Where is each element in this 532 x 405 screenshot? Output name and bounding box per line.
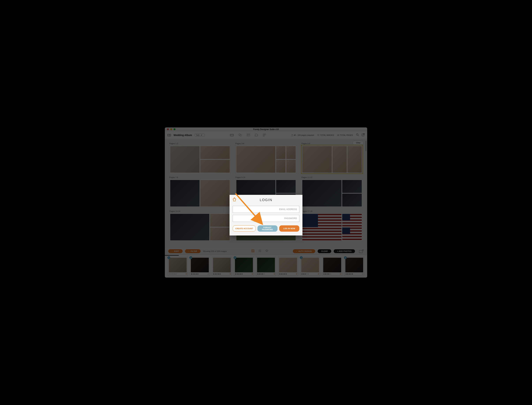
login-modal: LOGIN CREATE ACCOUNT FORGOT PASSWORD LOG… [230,195,302,236]
brand-logo-icon [232,197,237,202]
modal-title: LOGIN [233,198,299,202]
password-field[interactable] [233,215,299,222]
login-button[interactable]: LOG IN NOW [279,225,299,232]
forgot-password-button[interactable]: FORGOT PASSWORD [257,225,277,232]
email-field[interactable] [233,206,299,213]
create-account-button[interactable]: CREATE ACCOUNT [233,225,256,232]
modal-button-row: CREATE ACCOUNT FORGOT PASSWORD LOG IN NO… [233,225,299,232]
